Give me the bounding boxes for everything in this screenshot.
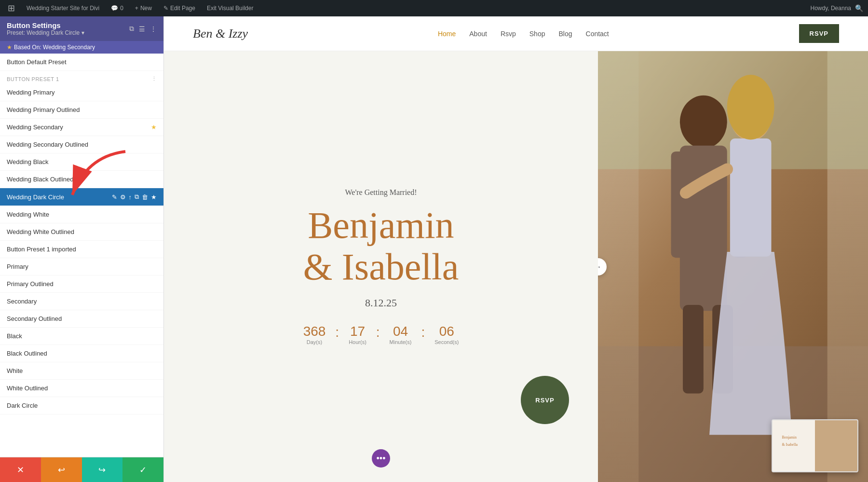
list-item-wedding-black-outlined[interactable]: Wedding Black Outlined	[0, 171, 163, 188]
countdown-days: 368 Day(s)	[303, 324, 326, 345]
delete-icon[interactable]: 🗑	[142, 193, 148, 201]
list-item-button-preset-imported[interactable]: Button Preset 1 imported	[0, 241, 163, 258]
list-item-wedding-secondary[interactable]: Wedding Secondary ★	[0, 119, 163, 136]
list-item-primary[interactable]: Primary	[0, 258, 163, 275]
sep1: :	[335, 325, 339, 340]
redo-icon: ↪	[98, 465, 106, 475]
site-header: Ben & Izzy Home About Rsvp Shop Blog Con…	[164, 16, 868, 51]
panel-title-area: Button Settings Preset: Wedding Dark Cir…	[7, 21, 84, 36]
countdown-hours: 17 Hour(s)	[349, 324, 366, 345]
minutes-value: 04	[390, 324, 412, 339]
wordpress-icon[interactable]: ⊞	[5, 0, 18, 16]
star-icon: ★	[7, 44, 12, 51]
nav-contact[interactable]: Contact	[586, 30, 609, 38]
settings-icon[interactable]: ⚙	[120, 193, 126, 201]
rsvp-circle-button[interactable]: RSVP	[521, 376, 569, 424]
nav-about[interactable]: About	[469, 30, 487, 38]
panel-icon-grid[interactable]: ☰	[139, 25, 145, 33]
bottom-bar: ✕ ↩ ↪ ✓	[0, 457, 163, 482]
site-nav: Home About Rsvp Shop Blog Contact	[438, 30, 609, 38]
redo-button[interactable]: ↪	[82, 457, 123, 482]
list-item-default[interactable]: Button Default Preset	[0, 54, 163, 71]
list-item-black-outlined[interactable]: Black Outlined	[0, 345, 163, 362]
star-icon-secondary[interactable]: ★	[151, 124, 157, 131]
days-label: Day(s)	[303, 339, 326, 345]
site-logo: Ben & Izzy	[193, 27, 248, 41]
main-layout: Button Settings Preset: Wedding Dark Cir…	[0, 16, 868, 482]
list-item-primary-outlined[interactable]: Primary Outlined	[0, 275, 163, 293]
admin-search-icon[interactable]: 🔍	[855, 4, 863, 12]
site-name[interactable]: Wedding Starter Site for Divi	[24, 0, 102, 16]
svg-point-6	[680, 96, 727, 149]
nav-rsvp[interactable]: Rsvp	[501, 30, 516, 38]
left-panel: Button Settings Preset: Wedding Dark Cir…	[0, 16, 164, 482]
cancel-icon: ✕	[17, 465, 24, 475]
thumbnail-content: Benjamin & Isabella	[773, 420, 857, 471]
edit-icon[interactable]: ✎	[112, 193, 117, 201]
star-icon-active[interactable]: ★	[151, 193, 157, 201]
list-item-wedding-white-outlined[interactable]: Wedding White Outlined	[0, 223, 163, 241]
thumbnail-overlay: Benjamin & Isabella	[772, 419, 858, 472]
hero-date: 8.12.25	[365, 297, 397, 309]
hero-countdown: 368 Day(s) : 17 Hour(s) : 04 Minute(s) :	[303, 324, 459, 345]
right-content: Ben & Izzy Home About Rsvp Shop Blog Con…	[164, 16, 868, 482]
import-icon[interactable]: ↑	[129, 193, 132, 201]
hero-subtitle: We're Getting Married!	[345, 188, 417, 197]
panel-header: Button Settings Preset: Wedding Dark Cir…	[0, 16, 163, 41]
svg-text:& Isabella: & Isabella	[782, 442, 798, 447]
minutes-label: Minute(s)	[390, 339, 412, 345]
comment-icon[interactable]: 💬 0	[108, 0, 126, 16]
howdy-text: Howdy, Deanna	[811, 5, 852, 12]
svg-rect-8	[671, 151, 686, 258]
dots-menu-button[interactable]: •••	[372, 449, 390, 468]
undo-button[interactable]: ↩	[41, 457, 82, 482]
list-item-white[interactable]: White	[0, 362, 163, 380]
list-item-wedding-white[interactable]: Wedding White	[0, 206, 163, 223]
list-item-secondary[interactable]: Secondary	[0, 293, 163, 310]
save-icon: ✓	[139, 465, 147, 475]
edit-page-button[interactable]: ✎ Edit Page	[161, 0, 198, 16]
list-item-wedding-primary[interactable]: Wedding Primary	[0, 84, 163, 101]
admin-bar: ⊞ Wedding Starter Site for Divi 💬 0 + Ne…	[0, 0, 868, 16]
list-item-secondary-outlined[interactable]: Secondary Outlined	[0, 310, 163, 328]
svg-rect-13	[730, 138, 772, 257]
hero-section: We're Getting Married! Benjamin& Isabell…	[164, 51, 868, 482]
rsvp-header-button[interactable]: RSVP	[799, 24, 839, 43]
svg-rect-10	[683, 305, 704, 393]
list-item-black[interactable]: Black	[0, 328, 163, 345]
panel-preset-dropdown[interactable]: Preset: Wedding Dark Circle ▾	[7, 29, 84, 36]
hours-value: 17	[349, 324, 366, 339]
list-item-dark-circle[interactable]: Dark Circle	[0, 397, 163, 414]
list-item-wedding-dark-circle[interactable]: Wedding Dark Circle ✎ ⚙ ↑ ⧉ 🗑 ★	[0, 188, 163, 206]
preset-list-container[interactable]: Button Default Preset Button Preset 1 ⋮ …	[0, 54, 163, 457]
section-more-icon[interactable]: ⋮	[151, 76, 157, 82]
sep3: :	[421, 325, 425, 340]
exit-builder-button[interactable]: Exit Visual Builder	[204, 0, 257, 16]
seconds-value: 06	[434, 324, 459, 339]
nav-home[interactable]: Home	[438, 30, 456, 38]
list-item-white-outlined[interactable]: White Outlined	[0, 380, 163, 397]
seconds-label: Second(s)	[434, 339, 459, 345]
hero-image	[598, 51, 868, 482]
panel-header-icons: ⧉ ☰ ⋮	[129, 25, 157, 33]
panel-icon-monitor[interactable]: ⧉	[129, 25, 134, 33]
save-button[interactable]: ✓	[122, 457, 163, 482]
cancel-button[interactable]: ✕	[0, 457, 41, 482]
based-on-label: ★ Based On: Wedding Secondary	[0, 41, 163, 54]
hero-right: ↔	[598, 51, 868, 482]
countdown-seconds: 06 Second(s)	[434, 324, 459, 345]
hero-left: We're Getting Married! Benjamin& Isabell…	[164, 51, 598, 482]
list-item-wedding-primary-outlined[interactable]: Wedding Primary Outlined	[0, 101, 163, 119]
copy-icon[interactable]: ⧉	[135, 193, 139, 201]
list-item-wedding-black[interactable]: Wedding Black	[0, 153, 163, 171]
days-value: 368	[303, 324, 326, 339]
svg-rect-16	[815, 420, 857, 472]
new-button[interactable]: + New	[132, 0, 155, 16]
sep2: :	[376, 325, 380, 340]
list-item-wedding-secondary-outlined[interactable]: Wedding Secondary Outlined	[0, 136, 163, 153]
preset-section-header: Button Preset 1 ⋮	[0, 71, 163, 84]
panel-icon-more[interactable]: ⋮	[150, 25, 157, 33]
countdown-minutes: 04 Minute(s)	[390, 324, 412, 345]
nav-blog[interactable]: Blog	[558, 30, 572, 38]
nav-shop[interactable]: Shop	[529, 30, 545, 38]
